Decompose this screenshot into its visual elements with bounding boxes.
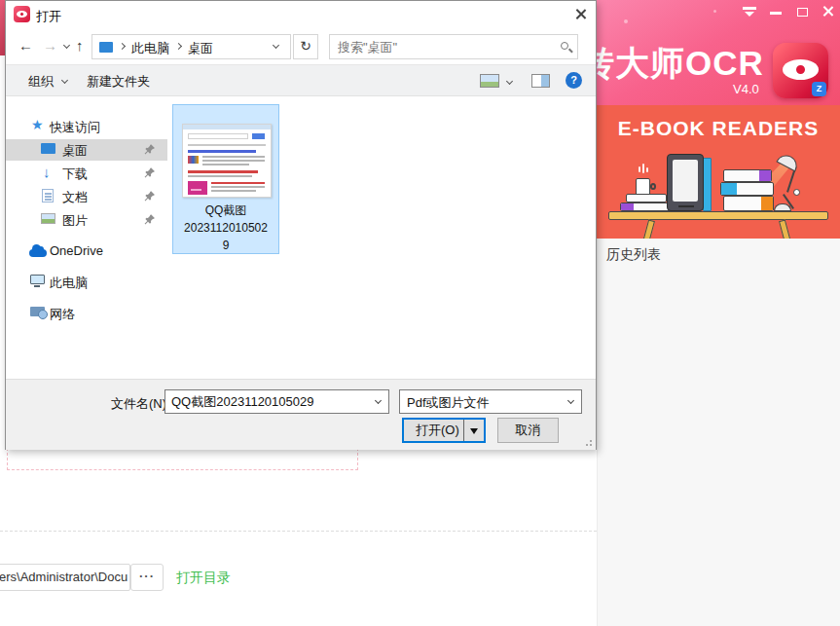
filename-input[interactable] [165,390,388,413]
filetype-dropdown[interactable]: Pdf或图片文件 [399,389,582,414]
dialog-footer: 文件名(N): Pdf或图片文件 打开(O) 取消 [6,379,596,450]
back-icon[interactable]: ← [18,37,33,54]
download-icon: ↓ [43,164,51,180]
close-dialog-button[interactable] [574,8,587,23]
breadcrumb-separator-icon [119,43,126,50]
history-list-label: 历史列表 [606,246,661,264]
resize-grip[interactable] [590,444,592,446]
view-dropdown-icon[interactable] [506,78,513,85]
open-split-arrow-icon[interactable] [470,428,478,434]
book [620,203,673,211]
dialog-title: 打开 [36,8,61,25]
address-bar[interactable]: 此电脑 桌面 [91,34,291,59]
desktop-icon [41,143,55,154]
file-thumbnail [182,124,272,198]
change-view-icon[interactable] [480,74,499,88]
cancel-button[interactable]: 取消 [497,418,559,443]
pin-icon [144,190,156,202]
steam [646,167,648,172]
pictures-icon [41,213,55,224]
resize-grip [586,444,588,446]
refresh-icon: ↻ [300,38,311,54]
chevron-down-icon [61,77,68,84]
preview-pane-icon[interactable] [531,74,550,88]
open-button[interactable]: 打开(O) [402,418,486,443]
forward-icon[interactable]: → [43,37,57,54]
eye-pupil [793,62,808,77]
file-name: QQ截图 2023112010502 9 [173,202,278,254]
address-dropdown-icon[interactable] [273,42,279,49]
sparkle [624,19,628,23]
book [723,169,772,182]
this-pc-icon [30,275,45,284]
app-title: 转大师OCR [580,41,764,87]
sidebar-item-this-pc[interactable]: 此电脑 [6,272,167,293]
lamp-joint [793,189,800,196]
dialog-app-icon [14,6,30,22]
table [608,211,828,220]
dialog-toolbar: 组织 新建文件夹 ? [6,64,596,96]
section-dashed-divider [0,531,597,532]
maximize-button[interactable] [795,3,811,20]
steam [639,166,640,172]
dialog-titlebar[interactable]: 打开 [6,1,596,28]
file-item-qq-screenshot[interactable]: QQ截图 2023112010502 9 [172,104,279,254]
output-path-field[interactable]: ers\Administrator\Docu [0,564,130,591]
banner-title: E-BOOK READERS [597,117,840,140]
desktop-mini-icon [99,42,113,53]
minimize-button[interactable] [768,3,784,20]
breadcrumb-this-pc[interactable]: 此电脑 [131,40,169,57]
resize-grip [590,440,592,442]
organize-menu[interactable]: 组织 [28,73,67,91]
pin-icon [144,143,156,155]
open-directory-link[interactable]: 打开目录 [176,570,231,587]
lamp-base [774,203,791,211]
new-folder-button[interactable]: 新建文件夹 [87,73,150,91]
search-box[interactable] [329,34,578,59]
steam [642,164,644,173]
app-logo: Z [773,43,828,98]
sidebar-item-documents[interactable]: 文档 [6,186,167,207]
sidebar-item-downloads[interactable]: ↓ 下载 [6,163,167,184]
up-icon[interactable]: ↑ [76,37,84,54]
document-icon [42,189,54,203]
chevron-down-icon[interactable] [567,397,574,404]
table-leg [779,220,791,239]
ereader-device [667,154,704,211]
book [626,194,667,203]
breadcrumb-desktop[interactable]: 桌面 [188,40,213,57]
close-app-button[interactable] [822,5,837,22]
search-input[interactable] [330,35,577,58]
table-leg [642,220,655,239]
pin-icon [144,166,156,178]
app-header: 转大师OCR V4.0 Z [597,0,840,105]
recent-locations-icon[interactable] [63,42,70,49]
app-version: V4.0 [733,82,759,96]
onedrive-cloud-icon [29,249,47,257]
sidebar-item-network[interactable]: 网络 [6,303,167,324]
filename-combobox[interactable] [164,389,389,414]
ebook-readers-banner[interactable]: E-BOOK READERS [597,105,840,239]
help-icon[interactable]: ? [566,72,582,89]
ocr-app-panel: 转大师OCR V4.0 Z E-BOOK READERS [597,0,840,626]
quick-access-star-icon: ★ [31,117,44,132]
logo-badge: Z [812,82,826,96]
network-icon [30,307,45,316]
navigation-bar: ← → ↑ 此电脑 桌面 ↻ [6,28,596,64]
book-upright [703,158,712,211]
search-icon[interactable] [561,42,568,50]
history-list-panel: 历史列表 [597,239,840,626]
sidebar-item-onedrive[interactable]: OneDrive [6,240,167,262]
sidebar-item-pictures[interactable]: 图片 [6,209,167,231]
filename-label: 文件名(N): [111,395,170,413]
sidebar-item-quick-access[interactable]: ★ 快速访问 [6,116,167,137]
main-menu-icon[interactable] [742,3,757,20]
browse-path-button[interactable]: ··· [130,564,164,591]
dialog-content: ★ 快速访问 桌面 ↓ 下载 文档 图片 OneDrive [6,96,596,379]
breadcrumb-separator-icon [175,43,182,50]
pin-icon [144,213,156,225]
book [723,196,774,211]
sidebar-item-desktop[interactable]: 桌面 [6,139,167,161]
refresh-button[interactable]: ↻ [293,34,318,59]
book [720,182,774,196]
